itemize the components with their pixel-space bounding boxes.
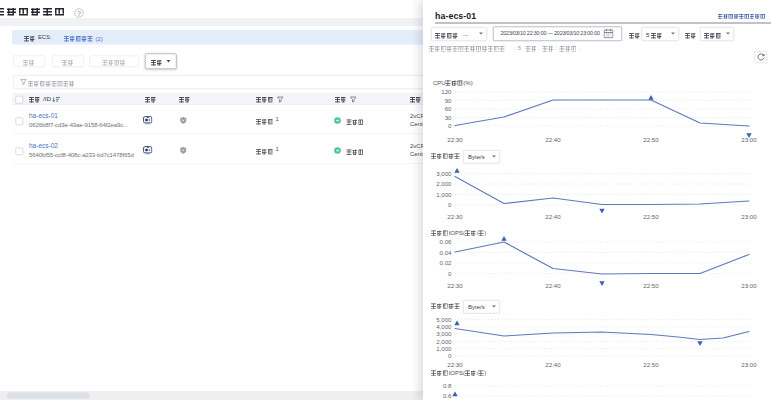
svg-text:0: 0 bbox=[448, 352, 452, 359]
svg-text:120: 120 bbox=[441, 88, 452, 95]
svg-text:22:40: 22:40 bbox=[545, 136, 561, 143]
svg-text:22:30: 22:30 bbox=[447, 213, 463, 220]
svg-text:0.6: 0.6 bbox=[443, 392, 452, 399]
svg-text:0: 0 bbox=[448, 201, 452, 208]
svg-text:30: 30 bbox=[445, 114, 452, 121]
svg-text:23:00: 23:00 bbox=[741, 213, 757, 220]
svg-text:4,000: 4,000 bbox=[436, 323, 452, 330]
svg-text:22:30: 22:30 bbox=[447, 282, 463, 289]
svg-text:22:40: 22:40 bbox=[545, 361, 561, 368]
svg-text:22:30: 22:30 bbox=[447, 361, 463, 368]
svg-text:22:40: 22:40 bbox=[545, 282, 561, 289]
svg-text:0: 0 bbox=[448, 270, 452, 277]
svg-text:22:50: 22:50 bbox=[643, 361, 659, 368]
svg-text:22:50: 22:50 bbox=[643, 282, 659, 289]
svg-text:60: 60 bbox=[445, 105, 452, 112]
svg-text:22:40: 22:40 bbox=[545, 213, 561, 220]
svg-text:22:50: 22:50 bbox=[643, 136, 659, 143]
svg-text:23:00: 23:00 bbox=[741, 136, 757, 143]
svg-text:23:00: 23:00 bbox=[741, 282, 757, 289]
svg-text:0.06: 0.06 bbox=[440, 238, 453, 245]
svg-text:1,000: 1,000 bbox=[436, 191, 452, 198]
svg-text:0.04: 0.04 bbox=[440, 249, 453, 256]
svg-text:90: 90 bbox=[445, 97, 452, 104]
svg-text:3,000: 3,000 bbox=[436, 170, 452, 177]
svg-text:5,000: 5,000 bbox=[436, 316, 452, 323]
svg-text:0: 0 bbox=[448, 122, 452, 129]
svg-text:23:00: 23:00 bbox=[741, 361, 757, 368]
svg-text:2,000: 2,000 bbox=[436, 180, 452, 187]
svg-text:0.02: 0.02 bbox=[440, 259, 453, 266]
svg-text:22:50: 22:50 bbox=[643, 213, 659, 220]
svg-text:3,000: 3,000 bbox=[436, 330, 452, 337]
svg-text:0.8: 0.8 bbox=[443, 382, 452, 389]
svg-text:1,000: 1,000 bbox=[436, 345, 452, 352]
svg-text:22:30: 22:30 bbox=[447, 136, 463, 143]
svg-text:2,000: 2,000 bbox=[436, 338, 452, 345]
